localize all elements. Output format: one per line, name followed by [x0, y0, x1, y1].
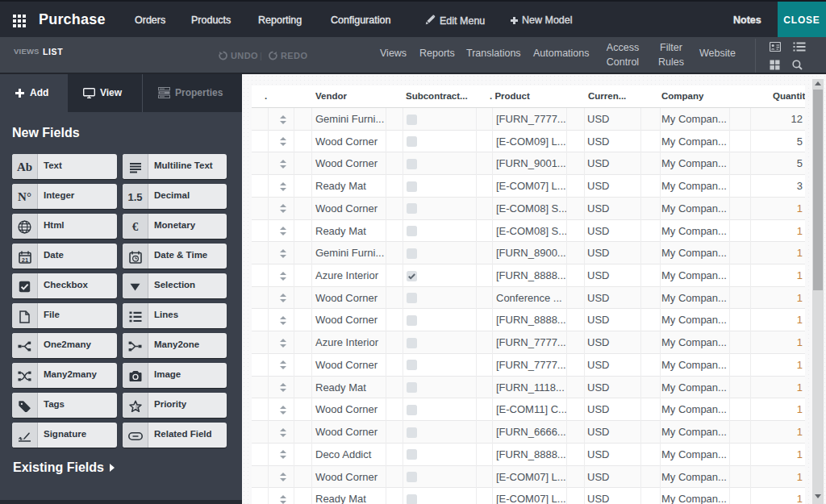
svg-text:21: 21 [21, 256, 27, 263]
